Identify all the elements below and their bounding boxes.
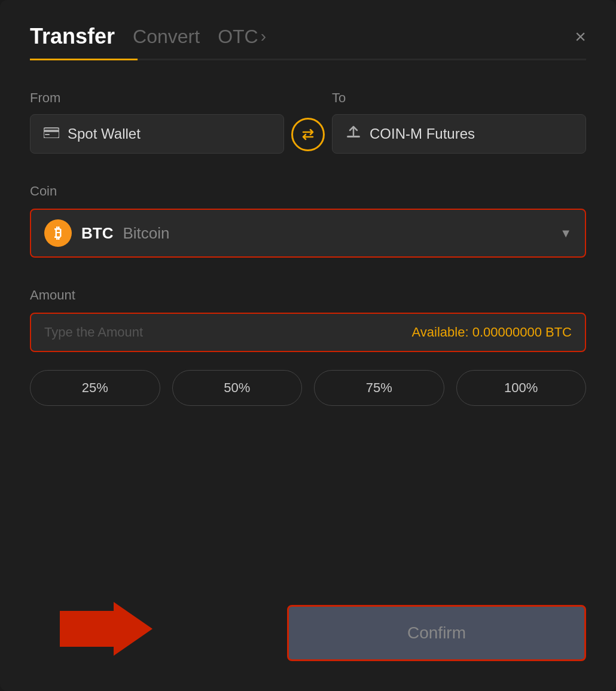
transfer-modal: Transfer Convert OTC › × From Spot Walle… [0,0,616,691]
coin-label: Coin [30,184,586,199]
tab-otc-label: OTC [218,26,258,48]
svg-rect-3 [347,136,360,137]
bottom-area: Confirm [30,593,586,661]
arrow-indicator [60,599,155,661]
from-wallet-selector[interactable]: Spot Wallet [30,114,284,154]
close-button[interactable]: × [575,27,586,46]
available-label: Available: [412,325,469,340]
amount-available: Available: 0.00000000 BTC [412,325,572,340]
pct-75-button[interactable]: 75% [314,370,444,406]
amount-placeholder: Type the Amount [44,325,143,340]
amount-section: Amount Type the Amount Available: 0.0000… [30,288,586,370]
swap-wrapper [284,118,332,154]
from-group: From Spot Wallet [30,90,284,154]
coin-symbol: BTC [81,224,113,243]
coin-dropdown-icon: ▼ [560,227,572,240]
pct-25-button[interactable]: 25% [30,370,160,406]
available-currency: BTC [545,325,572,340]
confirm-button[interactable]: Confirm [287,605,586,661]
svg-rect-0 [44,128,59,138]
modal-header: Transfer Convert OTC › × [30,24,586,49]
amount-input-box[interactable]: Type the Amount Available: 0.00000000 BT… [30,313,586,352]
coin-name: Bitcoin [123,224,169,243]
to-wallet-icon [346,126,361,142]
header-underline [30,59,586,60]
from-label: From [30,90,284,106]
to-label: To [332,90,586,106]
from-to-section: From Spot Wallet [30,90,586,154]
to-wallet-name: COIN-M Futures [370,126,475,142]
tab-transfer[interactable]: Transfer [30,24,115,49]
svg-marker-4 [60,602,153,656]
tab-convert[interactable]: Convert [133,26,200,48]
pct-100-button[interactable]: 100% [456,370,587,406]
available-value: 0.00000000 [472,325,542,340]
from-wallet-icon [44,126,59,142]
pct-50-button[interactable]: 50% [172,370,303,406]
otc-chevron-icon: › [261,27,266,46]
swap-button[interactable] [291,118,325,151]
tab-otc[interactable]: OTC › [218,26,266,48]
to-wallet-selector[interactable]: COIN-M Futures [332,114,586,154]
to-group: To COIN-M Futures [332,90,586,154]
coin-section: Coin ₿ BTC Bitcoin ▼ [30,184,586,288]
amount-label: Amount [30,288,586,303]
coin-selector[interactable]: ₿ BTC Bitcoin ▼ [30,209,586,258]
svg-rect-1 [44,130,59,132]
btc-icon: ₿ [44,219,72,247]
from-wallet-name: Spot Wallet [68,126,141,142]
percent-buttons: 25% 50% 75% 100% [30,370,586,406]
